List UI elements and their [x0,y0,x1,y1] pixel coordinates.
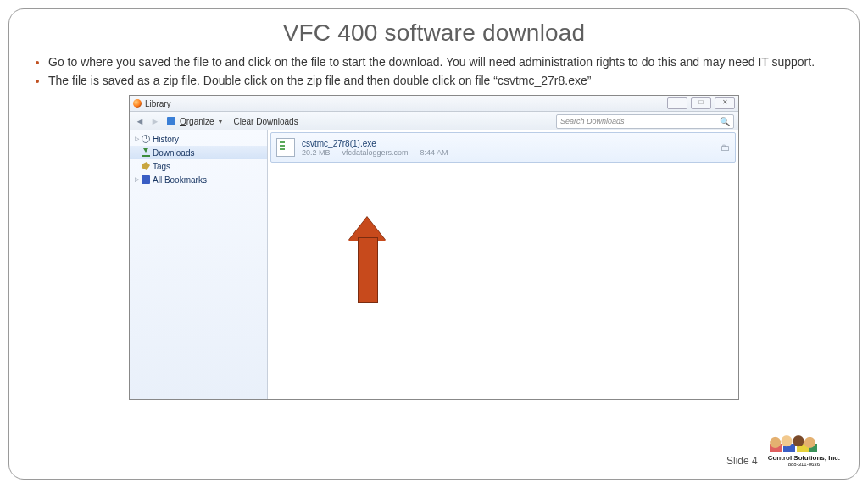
sidebar-item-bookmarks[interactable]: ▷ All Bookmarks [130,173,267,186]
expand-icon: ▷ [135,176,142,183]
clear-downloads-button[interactable]: Clear Downloads [234,117,298,126]
download-filename: csvtmc_27r8(1).exe [302,139,448,148]
maximize-button[interactable]: □ [691,97,711,109]
sidebar-label-downloads: Downloads [153,148,194,158]
logo-graphic [768,425,817,454]
firefox-icon [133,99,142,108]
organize-dropdown-icon[interactable]: ▼ [218,119,224,125]
tags-icon [142,162,150,170]
window-buttons-group: — □ ✕ [667,97,735,109]
bookmarks-icon [142,175,150,184]
bullet-1: Go to where you saved the file to and cl… [48,55,840,70]
slide-title: VFC 400 software download [28,19,840,47]
download-info: csvtmc_27r8(1).exe 20.2 MB — vfcdatalogg… [302,139,448,157]
slide-number: Slide 4 [726,455,758,467]
downloads-list: csvtmc_27r8(1).exe 20.2 MB — vfcdatalogg… [268,130,738,399]
back-button[interactable]: ◄ [134,115,146,127]
sidebar-label-tags: Tags [153,162,170,171]
slide-frame: VFC 400 software download Go to where yo… [8,8,860,480]
library-body: ▷ History Downloads Tags ▷ All [130,130,738,399]
search-placeholder: Search Downloads [560,117,625,125]
sidebar-item-history[interactable]: ▷ History [130,132,267,146]
organize-menu[interactable]: Organize [180,117,214,126]
company-phone: 888-311-0636 [768,462,840,467]
company-logo: Control Solutions, Inc. 888-311-0636 [768,425,840,467]
file-thumbnail-icon [276,138,295,157]
forward-button[interactable]: ► [149,115,161,127]
sidebar-item-tags[interactable]: Tags [130,159,267,173]
download-meta: 20.2 MB — vfcdataloggers.com — 8:44 AM [302,148,448,157]
sidebar-label-bookmarks: All Bookmarks [153,175,207,185]
expand-icon: ▷ [135,136,142,142]
close-button[interactable]: ✕ [715,97,735,109]
bullet-list: Go to where you saved the file to and cl… [35,55,840,88]
slide-footer: Slide 4 Control Solutions, Inc. 888-311-… [726,425,840,467]
minimize-button[interactable]: — [667,97,687,109]
organize-icon [167,117,175,125]
library-sidebar: ▷ History Downloads Tags ▷ All [130,130,268,399]
search-input[interactable]: Search Downloads 🔍 [556,114,734,129]
downloads-icon [142,148,150,157]
sidebar-item-downloads[interactable]: Downloads [130,146,267,159]
history-icon [142,135,150,143]
open-folder-icon[interactable]: 🗀 [721,142,730,152]
bullet-2: The file is saved as a zip file. Double … [48,74,840,89]
search-icon: 🔍 [720,117,730,126]
sidebar-label-history: History [153,135,179,144]
library-toolbar: ◄ ► Organize ▼ Clear Downloads Search Do… [130,112,738,131]
library-window: Library — □ ✕ ◄ ► Organize ▼ Clear Downl… [129,95,739,400]
company-name: Control Solutions, Inc. [768,455,840,462]
download-row[interactable]: csvtmc_27r8(1).exe 20.2 MB — vfcdatalogg… [270,132,736,163]
library-title-text: Library [145,99,171,108]
library-titlebar: Library — □ ✕ [130,96,738,112]
